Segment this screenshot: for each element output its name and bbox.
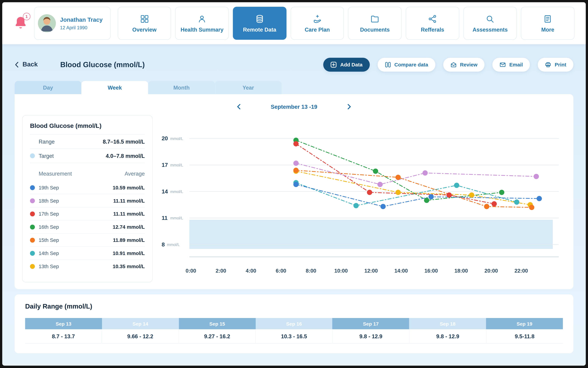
add-data-button[interactable]: Add Data — [323, 58, 370, 71]
target-value: 4.0–7.8 mmol/L — [106, 153, 145, 159]
nav-label: Refferals — [421, 27, 444, 32]
measurement-date: 16th Sep — [38, 224, 59, 230]
measurement-average: 11.11 mmol/L — [113, 198, 145, 203]
tab-day[interactable]: Day — [15, 81, 81, 94]
main-nav: Overview Health Summary Remote Data Care… — [118, 7, 575, 40]
nav-item-health-summary[interactable]: Health Summary — [175, 7, 229, 40]
svg-text:4:00: 4:00 — [246, 268, 256, 274]
series-color-dot — [30, 198, 35, 203]
screenshot-frame: 1 Jonathan Tracy 12 April 1990 Overview — [0, 0, 588, 368]
nav-label: Documents — [360, 27, 390, 32]
search-icon — [486, 14, 495, 23]
measurement-average: 10.59 mmol/L — [113, 185, 145, 190]
daily-range-value-row: 8.7 - 13.79.66 - 12.29.27 - 16.210.3 - 1… — [25, 329, 563, 344]
tab-week[interactable]: Week — [82, 81, 148, 94]
chevron-left-icon — [237, 104, 241, 109]
grid-icon — [140, 14, 149, 23]
review-label: Review — [460, 62, 478, 67]
svg-text:mmol/L: mmol/L — [167, 242, 180, 247]
patient-card[interactable]: Jonathan Tracy 12 April 1990 — [34, 7, 110, 40]
nav-item-documents[interactable]: Documents — [348, 7, 402, 40]
patient-name: Jonathan Tracy — [60, 16, 103, 23]
blood-glucose-chart: 20mmol/L17mmol/L14mmol/L11mmol/L8mmol/L0… — [158, 117, 561, 279]
svg-text:20: 20 — [162, 135, 168, 141]
series-color-dot — [30, 238, 35, 242]
range-column-header: Sep 14 — [102, 318, 179, 329]
patient-info: Jonathan Tracy 12 April 1990 — [60, 16, 103, 30]
svg-text:20:00: 20:00 — [484, 268, 498, 274]
compare-data-button[interactable]: Compare data — [377, 58, 435, 71]
range-column-header: Sep 17 — [332, 318, 409, 329]
daily-range-title: Daily Range (mmol/L) — [25, 303, 563, 310]
svg-text:8:00: 8:00 — [306, 268, 316, 274]
review-button[interactable]: Review — [443, 58, 485, 71]
share-icon — [428, 14, 437, 23]
compare-icon — [385, 61, 391, 68]
daily-range-panel: Daily Range (mmol/L) Sep 13Sep 14Sep 15S… — [15, 294, 573, 353]
nav-item-care-plan[interactable]: Care Plan — [291, 7, 344, 40]
previous-period-button[interactable] — [235, 102, 243, 111]
svg-text:14: 14 — [162, 188, 168, 194]
range-value: 8.7–16.5 mmol/L — [103, 138, 145, 145]
app-window: 1 Jonathan Tracy 12 April 1990 Overview — [2, 2, 586, 366]
target-color-dot — [30, 153, 35, 158]
measurement-list: 19th Sep 10.59 mmol/L 18th Sep 11.11 mmo… — [30, 181, 145, 273]
tab-month[interactable]: Month — [148, 81, 215, 94]
tab-label: Day — [43, 84, 53, 91]
series-color-dot — [30, 185, 35, 190]
measurement-average: 11.89 mmol/L — [113, 237, 145, 243]
nav-item-overview[interactable]: Overview — [118, 7, 171, 40]
series-color-dot — [30, 264, 35, 269]
period-tabs: Day Week Month Year — [15, 81, 573, 94]
date-navigation: September 13 -19 — [22, 99, 566, 114]
measurement-row: 18th Sep 11.11 mmol/L — [30, 194, 145, 207]
print-button[interactable]: Print — [538, 58, 573, 71]
target-row: Target 4.0–7.8 mmol/L — [30, 149, 145, 163]
nav-item-refferals[interactable]: Refferals — [406, 7, 459, 40]
chart-panel-body: Blood Glucose (mmol/L) Range 8.7–16.5 mm… — [22, 115, 566, 282]
care-plan-icon — [312, 14, 322, 23]
range-column-header: Sep 15 — [179, 318, 256, 329]
range-row: Range 8.7–16.5 mmol/L — [30, 135, 145, 149]
svg-text:mmol/L: mmol/L — [170, 163, 183, 167]
target-label: Target — [38, 153, 54, 159]
date-range-label: September 13 -19 — [271, 103, 317, 110]
folder-icon — [370, 14, 380, 23]
main-content: Back Blood Glucose (mmol/L) Add Data Com… — [2, 57, 586, 358]
notifications-button[interactable]: 1 — [12, 12, 29, 34]
nav-item-assessments[interactable]: Assessments — [463, 7, 517, 40]
chart-area: 20mmol/L17mmol/L14mmol/L11mmol/L8mmol/L0… — [158, 115, 566, 282]
patient-dob: 12 April 1990 — [60, 25, 103, 30]
page-title: Blood Glucose (mmol/L) — [60, 60, 145, 69]
next-period-button[interactable] — [345, 102, 353, 111]
tab-year[interactable]: Year — [215, 81, 282, 94]
notification-badge: 1 — [23, 13, 30, 20]
back-chevron-icon — [15, 61, 19, 68]
svg-text:0:00: 0:00 — [185, 268, 196, 274]
measurement-average: 10.91 mmol/L — [113, 250, 145, 256]
measurement-row: 17th Sep 11.11 mmol/L — [30, 207, 145, 221]
chart-panel: September 13 -19 Blood Glucose (mmol/L) … — [15, 94, 573, 289]
average-column-label: Average — [125, 171, 145, 176]
svg-text:10:00: 10:00 — [334, 268, 348, 274]
svg-text:14:00: 14:00 — [395, 268, 408, 274]
series-color-dot — [30, 224, 35, 229]
add-data-label: Add Data — [340, 62, 363, 67]
avatar — [38, 14, 56, 32]
nav-item-more[interactable]: More — [521, 7, 574, 40]
svg-text:mmol/L: mmol/L — [170, 216, 183, 220]
svg-text:22:00: 22:00 — [514, 268, 528, 274]
nav-label: More — [541, 27, 554, 32]
email-label: Email — [509, 62, 523, 67]
range-column-value: 9.27 - 16.2 — [179, 329, 256, 344]
measurement-date: 17th Sep — [38, 211, 59, 217]
toolbar-actions: Add Data Compare data Review Email Print — [323, 58, 573, 71]
email-icon — [500, 61, 506, 68]
svg-text:mmol/L: mmol/L — [170, 137, 183, 141]
back-button[interactable]: Back — [15, 61, 38, 68]
tab-label: Week — [108, 84, 122, 91]
range-column-value: 8.7 - 13.7 — [25, 329, 102, 344]
nav-item-remote-data[interactable]: Remote Data — [233, 7, 286, 40]
action-row: Back Blood Glucose (mmol/L) Add Data Com… — [15, 57, 573, 72]
email-button[interactable]: Email — [492, 58, 530, 71]
